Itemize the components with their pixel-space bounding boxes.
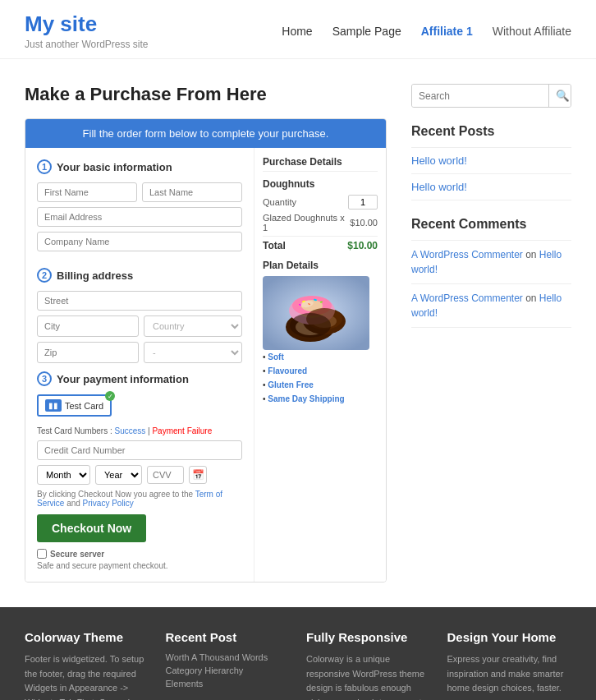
dash-select[interactable]: -: [144, 342, 242, 363]
item-price: $10.00: [350, 218, 378, 228]
footer-link-2[interactable]: Category Hierarchy: [166, 665, 291, 675]
card-check-icon: ✓: [105, 391, 115, 401]
svg-point-15: [290, 313, 331, 338]
search-button[interactable]: 🔍: [548, 85, 571, 107]
secure-row: Secure server: [37, 549, 242, 559]
feature-4: • Same Day Shipping: [263, 392, 378, 406]
purchase-details-title: Purchase Details: [263, 156, 378, 172]
feature-1: • Soft: [263, 350, 378, 364]
site-branding: My site Just another WordPress site: [25, 12, 149, 50]
post-divider-1: [411, 173, 571, 174]
section3-label: Your payment information: [57, 373, 189, 385]
feature-3: • Gluten Free: [263, 378, 378, 392]
failure-link[interactable]: Payment Failure: [152, 426, 212, 435]
recent-posts-divider: [411, 147, 571, 148]
product-image: [263, 276, 369, 350]
card-selector[interactable]: ▮▮ Test Card: [37, 394, 112, 417]
post-divider-2: [411, 200, 571, 200]
city-input[interactable]: [37, 315, 139, 337]
comment-1: A WordPress Commenter on Hello world!: [411, 247, 571, 277]
footer-widget-3: Fully Responsive Colorway is a unique re…: [306, 630, 431, 700]
secure-checkbox[interactable]: [37, 549, 47, 559]
site-tagline: Just another WordPress site: [25, 39, 149, 50]
privacy-link[interactable]: Privacy Policy: [83, 499, 134, 508]
plan-title: Plan Details: [263, 260, 378, 271]
first-name-input[interactable]: [37, 182, 137, 202]
footer-widget-1-text: Footer is widgetized. To setup the foote…: [25, 652, 149, 700]
email-input[interactable]: [37, 207, 242, 227]
page-title: Make a Purchase From Here: [25, 84, 387, 105]
zip-input[interactable]: [37, 342, 139, 363]
site-header: My site Just another WordPress site Home…: [0, 0, 596, 59]
last-name-input[interactable]: [142, 182, 242, 202]
post-link-1[interactable]: Hello world!: [411, 154, 571, 167]
payment-row: Month Year 📅: [37, 465, 242, 485]
footer-widget-1-title: Colorway Theme: [25, 630, 149, 644]
post-link-2[interactable]: Hello world!: [411, 181, 571, 193]
section2-label: Billing address: [57, 269, 133, 282]
checkout-button[interactable]: Checkout Now: [37, 514, 146, 542]
month-select[interactable]: Month: [37, 465, 90, 485]
section1-num: 1: [37, 159, 52, 174]
comment-on-2: on: [525, 292, 539, 304]
order-form: Fill the order form below to complete yo…: [25, 118, 387, 583]
recent-comments-title: Recent Comments: [411, 217, 571, 232]
search-box: 🔍: [411, 84, 571, 108]
plan-features: • Soft • Flavoured • Gluten Free • Same …: [263, 350, 378, 406]
comment-2: A WordPress Commenter on Hello world!: [411, 291, 571, 320]
search-input[interactable]: [412, 85, 548, 107]
comment-author-1[interactable]: A WordPress Commenter: [411, 249, 523, 260]
footer-widgets: Colorway Theme Footer is widgetized. To …: [0, 607, 596, 700]
nav-without-affiliate[interactable]: Without Affiliate: [493, 25, 571, 38]
form-header: Fill the order form below to complete yo…: [25, 119, 386, 148]
footer-link-1[interactable]: Worth A Thousand Words: [166, 652, 291, 662]
footer-widget-4: Design Your Home Express your creativity…: [447, 630, 572, 700]
footer-widget-1: Colorway Theme Footer is widgetized. To …: [25, 630, 149, 700]
country-select[interactable]: Country: [144, 315, 242, 337]
item-label: Glazed Doughnuts x 1: [263, 213, 350, 233]
footer-widget-4-text: Express your creativity, find inspiratio…: [447, 652, 572, 696]
total-row: Total $10.00: [263, 236, 378, 251]
calendar-icon[interactable]: 📅: [189, 466, 207, 484]
nav-home[interactable]: Home: [282, 25, 312, 38]
footer-widget-2: Recent Post Worth A Thousand Words Categ…: [166, 630, 291, 700]
section2-num: 2: [37, 268, 52, 283]
cvv-input[interactable]: [147, 466, 184, 484]
comments-divider: [411, 240, 571, 241]
recent-posts-title: Recent Posts: [411, 124, 571, 139]
nav-affiliate1[interactable]: Affiliate 1: [421, 25, 473, 38]
year-select[interactable]: Year: [95, 465, 142, 485]
form-left: 1 Your basic information 2 Billing addre…: [25, 148, 254, 582]
comment-on-1: on: [525, 249, 539, 260]
card-icon: ▮▮: [45, 399, 62, 412]
item-price-row: Glazed Doughnuts x 1 $10.00: [263, 213, 378, 233]
terms-text: By clicking Checkout Now you agree to th…: [37, 490, 242, 508]
quantity-label: Quantity: [263, 197, 296, 207]
feature-2: • Flavoured: [263, 364, 378, 378]
cc-input[interactable]: [37, 440, 242, 460]
card-label: Test Card: [65, 401, 103, 411]
sidebar: 🔍 Recent Posts Hello world! Hello world!…: [411, 84, 571, 583]
footer-widget-3-text: Colorway is a unique responsive WordPres…: [306, 652, 431, 700]
section1-label: Your basic information: [57, 161, 172, 173]
comment-divider-2: [411, 327, 571, 328]
section3-num: 3: [37, 371, 52, 386]
street-input[interactable]: [37, 291, 242, 311]
site-title: My site: [25, 12, 149, 37]
content-area: Make a Purchase From Here Fill the order…: [25, 84, 387, 583]
form-right: Purchase Details Doughnuts Quantity Glaz…: [254, 148, 386, 582]
total-label: Total: [263, 240, 286, 251]
quantity-row: Quantity: [263, 195, 378, 210]
success-link[interactable]: Success: [114, 426, 145, 435]
comment-divider-1: [411, 283, 571, 284]
footer-link-3[interactable]: Elements: [166, 679, 291, 688]
nav-sample-page[interactable]: Sample Page: [332, 25, 401, 38]
test-card-note: Test Card Numbers : Success | Payment Fa…: [37, 426, 242, 435]
quantity-input[interactable]: [348, 195, 378, 210]
total-amount: $10.00: [347, 240, 378, 251]
safe-text: Safe and secure payment checkout.: [37, 561, 242, 570]
company-input[interactable]: [37, 232, 242, 251]
comment-author-2[interactable]: A WordPress Commenter: [411, 292, 523, 304]
product-name: Doughnuts: [263, 178, 378, 190]
secure-label: Secure server: [50, 550, 104, 559]
